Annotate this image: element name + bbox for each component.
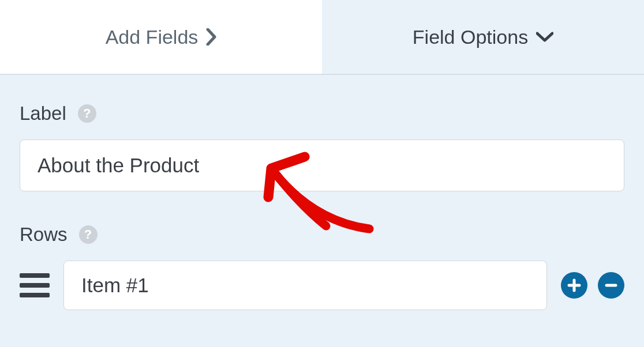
tab-field-options[interactable]: Field Options xyxy=(322,0,644,74)
chevron-down-icon xyxy=(536,32,553,42)
help-icon[interactable]: ? xyxy=(78,104,96,123)
help-icon[interactable]: ? xyxy=(79,225,98,244)
label-section: Label ? xyxy=(20,103,624,191)
tab-bar: Add Fields Field Options xyxy=(0,0,644,75)
rows-section: Rows ? xyxy=(20,224,624,310)
tab-add-fields-label: Add Fields xyxy=(106,26,199,48)
label-header: Label ? xyxy=(20,103,624,125)
chevron-right-icon xyxy=(206,28,216,46)
tab-add-fields[interactable]: Add Fields xyxy=(0,0,322,74)
field-options-panel: Label ? Rows ? xyxy=(0,75,644,310)
drag-handle-icon[interactable] xyxy=(20,273,50,297)
tab-field-options-label: Field Options xyxy=(413,26,528,48)
row-input[interactable] xyxy=(63,261,547,310)
row-item xyxy=(20,261,624,310)
row-actions xyxy=(561,272,624,299)
add-row-button[interactable] xyxy=(561,272,587,299)
rows-header: Rows ? xyxy=(20,224,624,246)
remove-row-button[interactable] xyxy=(598,272,624,299)
label-title: Label xyxy=(20,103,66,125)
rows-title: Rows xyxy=(20,224,68,246)
label-input[interactable] xyxy=(20,139,624,191)
